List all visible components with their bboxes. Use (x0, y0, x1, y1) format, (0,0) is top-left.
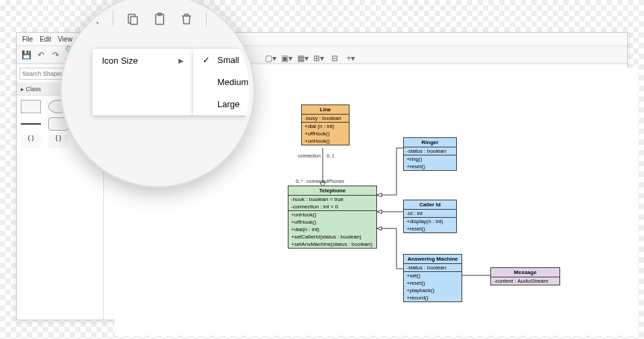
undo-icon[interactable]: ↶ (36, 50, 46, 60)
uml-op: +onHook() (288, 211, 376, 218)
svg-marker-3 (377, 210, 382, 214)
submenu-item-large[interactable]: Large (193, 93, 250, 115)
add-icon[interactable]: +▾ (345, 53, 356, 64)
uml-op: +reset() (404, 279, 462, 287)
submenu-label: Large (217, 99, 239, 109)
svg-line-8 (95, 21, 99, 24)
uml-op: +set() (404, 272, 462, 279)
uml-class-line[interactable]: Line -busy : boolean +dial (n : int) +of… (301, 105, 350, 145)
conn-label-connected: connectedPhones (307, 179, 344, 184)
uml-title: Message (491, 268, 559, 277)
chevron-right-icon: ▶ (178, 57, 184, 64)
conn-mult-01: 0..1 (327, 153, 335, 158)
uml-op: +dial (n : int) (302, 123, 349, 130)
uml-attr: -id : int (404, 210, 456, 217)
uml-class-callerid[interactable]: Caller Id -id : int +display(n : int) +r… (403, 200, 457, 233)
check-icon: ✓ (203, 55, 212, 65)
uml-op: +onHook() (302, 137, 349, 145)
svg-rect-11 (131, 17, 138, 25)
submenu-sizes: ✓ Small Medium Large (193, 49, 250, 115)
toolbar-divider (206, 11, 207, 27)
shape-item[interactable]: { } (48, 135, 68, 148)
menu-icon-size: Icon Size ▶ (93, 49, 193, 115)
menu-label: Icon Size (102, 56, 138, 66)
save-icon[interactable]: 💾 (21, 50, 32, 60)
uml-attr: -busy : boolean (302, 115, 349, 122)
uml-op: +record() (404, 294, 462, 301)
menu-file[interactable]: File (22, 36, 33, 43)
shape-item[interactable] (21, 123, 41, 125)
uml-title: Caller Id (404, 200, 456, 210)
submenu-label: Medium (217, 77, 248, 87)
uml-attr: -connection : int = 0 (288, 203, 376, 210)
submenu-item-medium[interactable]: Medium (193, 71, 250, 93)
uml-op: +playback() (404, 287, 462, 294)
align-icon[interactable]: ⊞▾ (313, 53, 324, 64)
redo-icon[interactable]: ↷ (50, 50, 61, 60)
send-back-icon[interactable]: ▢▾ (265, 53, 276, 64)
uml-attr: -status : boolean (404, 147, 456, 155)
context-menu: Icon Size ▶ ✓ Small Medium Large (93, 49, 250, 115)
uml-op: +setAnsMachine(status : boolean) (288, 241, 376, 248)
uml-op: +setCallerId(status : boolean) (288, 233, 376, 241)
uml-class-message[interactable]: Message -content : AudioStream (490, 267, 560, 285)
menu-view[interactable]: View (58, 36, 72, 43)
uml-title: Line (302, 105, 349, 115)
svg-marker-2 (377, 193, 382, 197)
conn-label-connection: connection (298, 153, 321, 158)
uml-op: +offHook() (302, 130, 349, 137)
bring-front-icon[interactable]: ▣▾ (281, 53, 292, 64)
uml-title: Telephone (288, 186, 376, 196)
copy-icon[interactable] (125, 11, 140, 26)
shape-item[interactable]: ( ) (21, 135, 41, 148)
uml-class-telephone[interactable]: Telephone -hook : boolean = true -connec… (288, 186, 377, 249)
group-icon[interactable]: ▦▾ (297, 53, 308, 64)
uml-class-answering[interactable]: Answering Machine -status : boolean +set… (403, 254, 462, 302)
shape-item[interactable] (21, 100, 41, 113)
svg-marker-4 (377, 226, 382, 230)
paste-icon[interactable] (152, 11, 167, 26)
delete-icon[interactable] (179, 11, 194, 26)
submenu-label: Small (217, 55, 239, 65)
submenu-item-small[interactable]: ✓ Small (193, 49, 250, 71)
uml-op: +display(n : int) (404, 218, 456, 225)
uml-attr: -content : AudioStream (491, 277, 559, 285)
uml-op: +dial(n : int) (288, 226, 376, 233)
menu-edit[interactable]: Edit (40, 36, 51, 43)
uml-op: +ring() (404, 155, 456, 163)
distribute-icon[interactable]: ⊟ (329, 53, 340, 64)
conn-mult-0star: 0..* (296, 179, 303, 184)
uml-op: +reset() (404, 163, 456, 170)
uml-class-ringer[interactable]: Ringer -status : boolean +ring() +reset(… (403, 137, 457, 171)
secondary-toolbar: ▢▾ ▣▾ ▦▾ ⊞▾ ⊟ +▾ (265, 52, 356, 65)
uml-op: +reset() (404, 225, 456, 232)
uml-title: Answering Machine (404, 255, 462, 264)
magnifier-lens: Icon Size ▶ ✓ Small Medium Large (60, 0, 255, 188)
uml-attr: -status : boolean (404, 264, 462, 271)
toolbar-divider (113, 11, 113, 27)
menu-item-icon-size[interactable]: Icon Size ▶ (93, 49, 193, 72)
uml-title: Ringer (404, 138, 456, 147)
uml-attr: -hook : boolean = true (288, 196, 376, 203)
uml-op: +offHook() (288, 218, 376, 226)
